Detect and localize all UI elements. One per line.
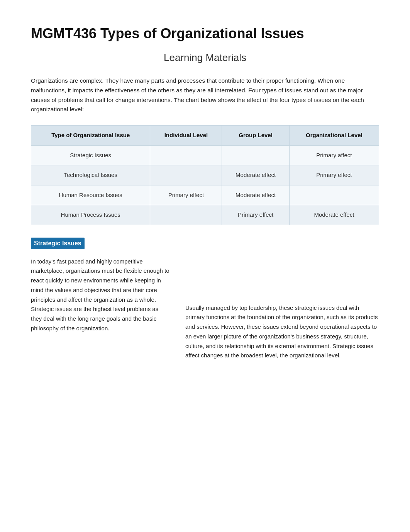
- row3-individual: Primary effect: [150, 185, 222, 205]
- row3-group: Moderate effect: [222, 185, 289, 205]
- table-row: Human Resource Issues Primary effect Mod…: [31, 185, 379, 205]
- row4-org: Moderate effect: [289, 205, 379, 225]
- page-title: MGMT436 Types of Organizational Issues: [31, 23, 379, 44]
- subtitle: Learning Materials: [31, 50, 379, 65]
- row2-org: Primary effect: [289, 165, 379, 185]
- row4-issue: Human Process Issues: [31, 205, 150, 225]
- row3-org: [289, 185, 379, 205]
- section-heading-wrapper: Strategic Issues: [31, 238, 379, 257]
- strategic-right-text: Usually managed by top leadership, these…: [185, 257, 379, 361]
- col-header-individual: Individual Level: [150, 126, 222, 146]
- col-header-group: Group Level: [222, 126, 289, 146]
- row1-org: Primary affect: [289, 145, 379, 165]
- row2-issue: Technological Issues: [31, 165, 150, 185]
- row1-group: [222, 145, 289, 165]
- row3-issue: Human Resource Issues: [31, 185, 150, 205]
- col-header-organizational: Organizational Level: [289, 126, 379, 146]
- table-row: Technological Issues Moderate effect Pri…: [31, 165, 379, 185]
- row1-issue: Strategic Issues: [31, 145, 150, 165]
- strategic-issues-heading: Strategic Issues: [31, 238, 85, 249]
- row1-individual: [150, 145, 222, 165]
- table-row: Strategic Issues Primary affect: [31, 145, 379, 165]
- table-row: Human Process Issues Primary effect Mode…: [31, 205, 379, 225]
- col-header-issue-type: Type of Organizational Issue: [31, 126, 150, 146]
- row2-individual: [150, 165, 222, 185]
- row2-group: Moderate effect: [222, 165, 289, 185]
- strategic-section-body: In today's fast paced and highly competi…: [31, 257, 379, 361]
- intro-paragraph: Organizations are complex. They have man…: [31, 76, 379, 114]
- strategic-left-text: In today's fast paced and highly competi…: [31, 257, 170, 361]
- row4-group: Primary effect: [222, 205, 289, 225]
- issues-table: Type of Organizational Issue Individual …: [31, 125, 379, 225]
- row4-individual: [150, 205, 222, 225]
